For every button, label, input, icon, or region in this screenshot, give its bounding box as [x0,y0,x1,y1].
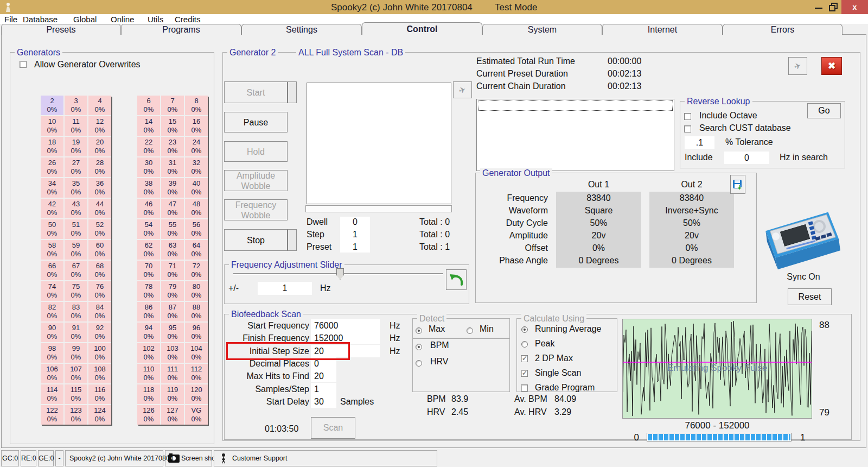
tab-system[interactable]: System [482,24,602,35]
generator-cell-123[interactable]: 1230% [65,405,87,425]
generator-cell-62[interactable]: 620% [137,240,160,260]
generator-cell-56[interactable]: 560% [185,219,208,239]
tab-control[interactable]: Control [362,22,482,35]
generator-cell-82[interactable]: 820% [41,302,63,321]
generator-cell-71[interactable]: 710% [161,261,184,280]
amplitude-wobble-button[interactable]: Amplitude Wobble [224,170,288,191]
generator-cell-108[interactable]: 1080% [88,364,111,383]
tab-internet[interactable]: Internet [602,24,723,35]
menu-global[interactable]: Global [73,15,97,24]
calc-peak-radio[interactable] [521,341,528,348]
generator-cell-28[interactable]: 280% [88,157,111,177]
generator-cell-38[interactable]: 380% [137,178,160,198]
program-listbox[interactable] [307,83,451,204]
generator-cell-43[interactable]: 430% [65,199,87,218]
save-output-button[interactable] [730,175,745,194]
generator-cell-72[interactable]: 720% [185,261,208,280]
generator-cell-6[interactable]: 60% [137,96,160,115]
generator-cell-7[interactable]: 70% [161,96,184,115]
generator-cell-95[interactable]: 950% [161,323,184,342]
generator-cell-88[interactable]: 880% [185,302,208,321]
generator-cell-116[interactable]: 1160% [88,384,111,404]
bio-input-start-delay[interactable]: 30 [311,395,336,408]
close-button[interactable]: x [841,0,868,14]
generator-cell-8[interactable]: 80% [185,96,208,115]
generator-cell-79[interactable]: 790% [161,281,184,301]
generator-cell-54[interactable]: 540% [137,219,160,239]
generator-cell-4[interactable]: 40% [88,96,111,115]
generator-cell-42[interactable]: 420% [41,199,63,218]
generator-cell-87[interactable]: 870% [161,302,184,321]
start-side-strip[interactable] [288,81,297,103]
minimize-button[interactable] [815,8,822,9]
generator-cell-74[interactable]: 740% [41,281,63,301]
detect-max-radio[interactable] [416,327,422,334]
generator-cell-36[interactable]: 360% [88,178,111,198]
generator-cell-67[interactable]: 670% [65,261,87,280]
reset-button[interactable]: Reset [788,288,832,305]
generator-cell-91[interactable]: 910% [65,323,87,342]
generator-cell-47[interactable]: 470% [161,199,184,218]
detect-min-radio[interactable] [467,327,473,334]
generator-cell-99[interactable]: 990% [65,343,87,363]
generator-cell-27[interactable]: 270% [65,157,87,177]
tab-settings[interactable]: Settings [241,24,362,35]
chain-listbox[interactable] [476,99,674,171]
generator-cell-126[interactable]: 1260% [137,405,160,425]
generator-cell-44[interactable]: 440% [88,199,111,218]
hold-button[interactable]: Hold [224,141,288,162]
generator-cell-103[interactable]: 1030% [161,343,184,363]
generator-cell-86[interactable]: 860% [137,302,160,321]
generator-cell-124[interactable]: 1240% [88,405,111,425]
generator-cell-23[interactable]: 230% [161,137,184,156]
generator-cell-3[interactable]: 30% [65,96,87,115]
generator-cell-39[interactable]: 390% [161,178,184,198]
fly-button-2[interactable]: ✈ [788,57,807,75]
tab-programs[interactable]: Programs [121,24,241,35]
generator-cell-10[interactable]: 100% [41,116,63,136]
generator-cell-50[interactable]: 500% [41,219,63,239]
generator-cell-112[interactable]: 1120% [185,364,208,383]
generator-cell-34[interactable]: 340% [41,178,63,198]
generator-cell-96[interactable]: 960% [185,323,208,342]
generator-cell-22[interactable]: 220% [137,137,160,156]
maximize-button[interactable] [829,3,839,11]
generator-cell-83[interactable]: 830% [65,302,87,321]
generator-cell-107[interactable]: 1070% [65,364,87,383]
generator-cell-98[interactable]: 980% [41,343,63,363]
chain-selected-row[interactable] [478,100,673,111]
generator-cell-102[interactable]: 1020% [137,343,160,363]
generator-cell-18[interactable]: 180% [41,137,63,156]
stop-side-strip[interactable] [288,229,297,251]
generator-cell-32[interactable]: 320% [185,157,208,177]
generator-cell-58[interactable]: 580% [41,240,63,260]
generator-cell-110[interactable]: 1100% [137,364,160,383]
calc-2-dp-max-checkbox[interactable] [521,355,528,362]
calc-grade-program-checkbox[interactable] [521,384,528,392]
start-button[interactable]: Start [224,81,288,103]
generator-cell-20[interactable]: 200% [88,137,111,156]
menu-file[interactable]: File [4,15,17,24]
go-button[interactable]: Go [807,103,841,118]
generator-cell-70[interactable]: 700% [137,261,160,280]
menu-online[interactable]: Online [111,15,134,24]
generator-cell-66[interactable]: 660% [41,261,63,280]
generator-cell-119[interactable]: 1190% [161,384,184,404]
generator-cell-75[interactable]: 750% [65,281,87,301]
generator-cell-31[interactable]: 310% [161,157,184,177]
generator-cell-127[interactable]: 1270% [161,405,184,425]
generator-cell-94[interactable]: 940% [137,323,160,342]
generator-cell-11[interactable]: 110% [65,116,87,136]
tolerance-input[interactable]: .1 [685,136,714,149]
generator-cell-52[interactable]: 520% [88,219,111,239]
generator-cell-92[interactable]: 920% [88,323,111,342]
generator-cell-64[interactable]: 640% [185,240,208,260]
generator-cell-68[interactable]: 680% [88,261,111,280]
generator-cell-114[interactable]: 1140% [41,384,63,404]
generator-cell-60[interactable]: 600% [88,240,111,260]
generator-cell-76[interactable]: 760% [88,281,111,301]
generator-cell-104[interactable]: 1040% [185,343,208,363]
generator-cell-115[interactable]: 1150% [65,384,87,404]
menu-utils[interactable]: Utils [148,15,163,24]
generator-cell-VG[interactable]: VG0% [185,405,208,425]
